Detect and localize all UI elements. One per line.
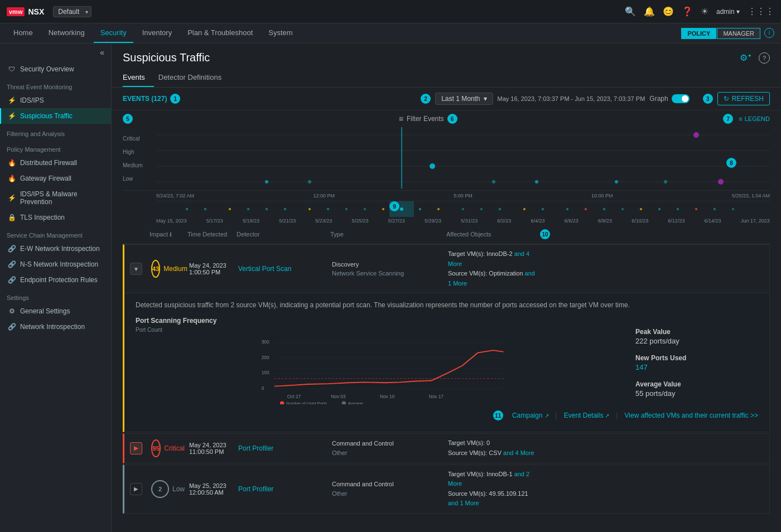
chart-title: Port Scanning Frequency (136, 317, 624, 325)
sidebar-item-endpoint-protection[interactable]: 🔗 Endpoint Protection Rules (0, 272, 111, 288)
sidebar-item-label: Gateway Firewall (20, 175, 71, 182)
severity-labels: Critical High Medium Low (123, 127, 156, 190)
time-range-selector[interactable]: Last 1 Month ▾ (435, 93, 493, 105)
policy-button[interactable]: POLICY (681, 28, 716, 39)
svg-point-9 (492, 180, 495, 183)
gateway-firewall-icon: 🔥 (8, 175, 16, 182)
svg-text:Number of Used Ports: Number of Used Ports (286, 401, 327, 404)
campaign-link[interactable]: Campaign ↗ (512, 412, 549, 419)
event-details-link[interactable]: Event Details ↗ (564, 412, 610, 419)
search-icon[interactable]: 🔍 (625, 6, 636, 17)
top-icons: 🔍 🔔 😊 ❓ ☀ admin ▾ ⋮⋮⋮ (625, 6, 774, 17)
new-ports-link[interactable]: 147 (635, 363, 648, 371)
manager-button[interactable]: MANAGER (717, 28, 760, 39)
sidebar-item-distributed-firewall[interactable]: 🔥 Distributed Firewall (0, 155, 111, 171)
legend-button[interactable]: ≡ LEGEND (739, 115, 770, 122)
admin-button[interactable]: admin ▾ (716, 8, 740, 16)
sidebar-collapse-button[interactable]: « (0, 43, 111, 61)
avg-label: Average Value (635, 380, 758, 388)
type-sub-3: Other (332, 489, 443, 499)
detector-link-3[interactable]: Port Profiler (238, 485, 327, 493)
svg-point-42 (732, 208, 734, 210)
nav-plan-troubleshoot[interactable]: Plan & Troubleshoot (181, 23, 259, 43)
table-row-2-header[interactable]: ▶ 95 Critical May 24, 2023 11:00:50 PM P… (124, 434, 769, 462)
refresh-button[interactable]: ↻ REFRESH (717, 92, 770, 105)
distributed-firewall-icon: 🔥 (8, 159, 16, 167)
nav-security[interactable]: Security (94, 23, 133, 43)
sidebar-item-label: Endpoint Protection Rules (20, 276, 98, 284)
expand-icon-3[interactable]: ▶ (130, 483, 142, 495)
scatter-chart-area: 8 (156, 127, 770, 190)
event-details-label: Event Details (564, 412, 604, 419)
source-more-3[interactable]: and 1 More (448, 500, 479, 506)
svg-point-36 (621, 208, 624, 210)
svg-point-32 (542, 208, 544, 210)
impact-badge-3: 2 (151, 480, 169, 498)
new-ports-value: 147 (635, 363, 758, 371)
environment-selector[interactable]: Default (53, 6, 91, 17)
affected-cell-2: Target VM(s): 0 Source VM(s): CSV and 4 … (448, 438, 537, 458)
nav-system[interactable]: System (262, 23, 299, 43)
expand-icon-2[interactable]: ▶ (130, 442, 142, 454)
nav-inventory[interactable]: Inventory (136, 23, 179, 43)
hour-timeline: 5/24/23, 7:02 AM 12:00 PM 5:00 PM 10:00 … (156, 191, 770, 201)
table-row-1-header[interactable]: ▼ 43 Medium May 24, 2023 1:00:50 PM Vert… (124, 245, 769, 293)
svg-text:Nov 10: Nov 10 (380, 394, 395, 399)
nav-info-icon[interactable]: i (764, 28, 774, 38)
high-label: High (123, 149, 156, 155)
expand-icon-1[interactable]: ▼ (130, 263, 142, 275)
help-circle-icon[interactable]: ? (759, 52, 770, 64)
detector-link-1[interactable]: Vertical Port Scan (238, 265, 327, 273)
svg-text:Nov 03: Nov 03 (331, 394, 346, 399)
sidebar-item-ids-ips[interactable]: ⚡ IDS/IPS (0, 93, 111, 108)
filter-events-button[interactable]: ≡ Filter Events 6 (399, 114, 457, 124)
impact-level-2: Critical (164, 444, 185, 452)
sidebar-item-ew-network[interactable]: 🔗 E-W Network Introspection (0, 241, 111, 257)
impact-level-3: Low (172, 485, 185, 493)
apps-grid-icon[interactable]: ⋮⋮⋮ (748, 6, 774, 17)
sidebar-item-security-overview[interactable]: 🛡 Security Overview (0, 61, 111, 77)
col-impact: Impact ℹ (150, 231, 183, 238)
critical-label: Critical (123, 136, 156, 142)
notifications-icon[interactable]: 🔔 (644, 6, 655, 17)
month-label-6: 5/27/23 (388, 218, 405, 224)
time-detected-3: May 25, 2023 12:00:50 AM (189, 482, 234, 496)
table-row-3-header[interactable]: ▶ 2 Low May 25, 2023 12:00:50 AM Port Pr… (124, 465, 769, 513)
graph-toggle-switch[interactable] (672, 94, 690, 103)
sidebar-item-general-settings[interactable]: ⚙ General Settings (0, 303, 111, 319)
ids-malware-icon: ⚡ (8, 194, 16, 202)
settings-icon[interactable]: ⚙✦ (740, 52, 752, 63)
default-selector-wrapper[interactable]: Default (53, 6, 91, 17)
sidebar-item-suspicious-traffic[interactable]: ⚡ Suspicious Traffic (0, 108, 111, 124)
sidebar-item-network-introspection[interactable]: 🔗 Network Introspection (0, 319, 111, 335)
separator-1: | (556, 412, 557, 419)
tab-events[interactable]: Events (123, 69, 154, 87)
type-main-1: Discovery (332, 260, 443, 269)
source-more-2[interactable]: and 4 More (503, 449, 534, 456)
graph-toggle: Graph (649, 94, 689, 103)
help-icon[interactable]: ❓ (682, 6, 693, 17)
annotation-5: 5 (123, 114, 133, 124)
detector-link-2[interactable]: Port Profiler (238, 444, 327, 452)
svg-point-30 (499, 208, 501, 210)
svg-point-7 (615, 180, 618, 183)
ids-ips-icon: ⚡ (8, 96, 16, 104)
svg-point-20 (308, 208, 311, 210)
nav-networking[interactable]: Networking (42, 23, 91, 43)
view-vms-link[interactable]: View affected VMs and their current traf… (625, 412, 758, 419)
annotation-3: 3 (703, 94, 713, 104)
sidebar-item-tls[interactable]: 🔒 TLS Inspection (0, 210, 111, 225)
svg-point-16 (229, 208, 231, 210)
time-range-chevron: ▾ (484, 95, 487, 103)
sidebar-item-ids-malware[interactable]: ⚡ IDS/IPS & Malware Prevention (0, 186, 111, 210)
user-icon[interactable]: 😊 (663, 6, 674, 17)
annotation-6: 6 (447, 114, 457, 124)
table-row-2: ▶ 95 Critical May 24, 2023 11:00:50 PM P… (123, 433, 770, 463)
sidebar-item-gateway-firewall[interactable]: 🔥 Gateway Firewall (0, 171, 111, 186)
impact-badge-1: 43 (151, 260, 160, 278)
svg-point-14 (186, 208, 188, 210)
nav-home[interactable]: Home (7, 23, 40, 43)
theme-icon[interactable]: ☀ (701, 6, 708, 17)
tab-detector-definitions[interactable]: Detector Definitions (158, 69, 230, 87)
sidebar-item-ns-network[interactable]: 🔗 N-S Network Introspection (0, 257, 111, 272)
